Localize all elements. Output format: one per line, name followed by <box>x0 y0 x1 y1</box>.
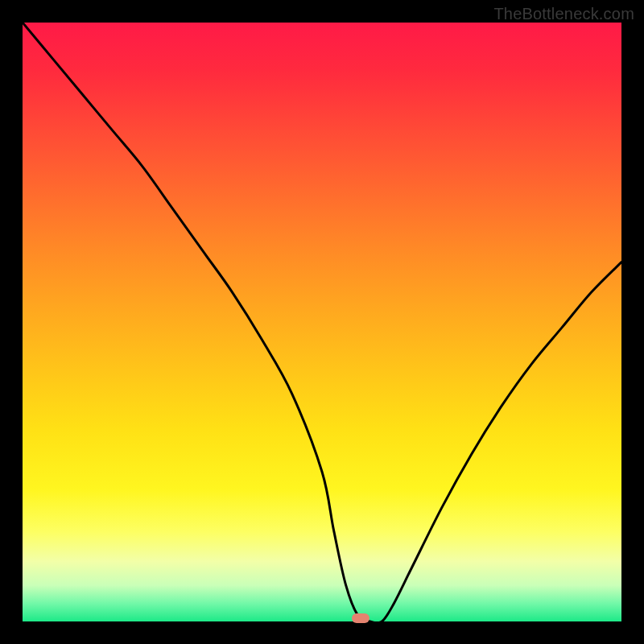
plot-area <box>23 23 621 621</box>
chart-frame: TheBottleneck.com <box>0 0 644 644</box>
watermark-text: TheBottleneck.com <box>493 5 634 23</box>
optimum-marker <box>352 613 369 623</box>
bottleneck-curve <box>23 23 621 621</box>
